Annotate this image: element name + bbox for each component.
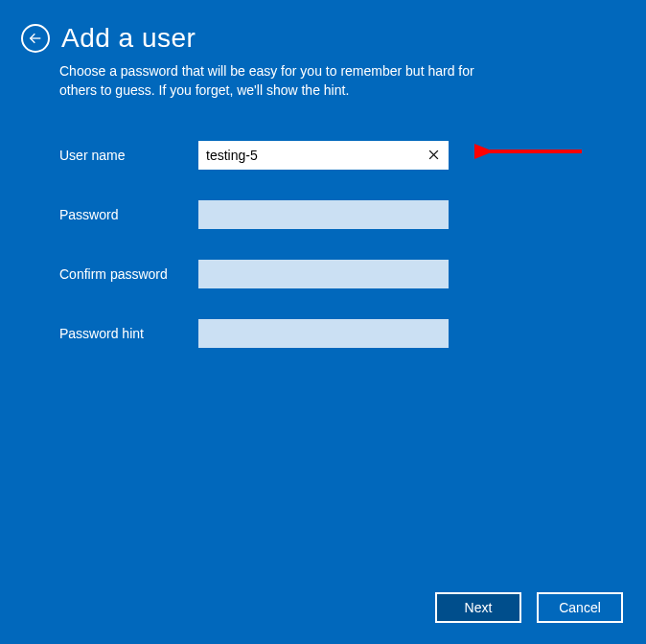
page-title: Add a user bbox=[61, 23, 196, 54]
add-user-form: User name Password Confirm password Pass… bbox=[0, 141, 646, 348]
username-row: User name bbox=[59, 141, 646, 170]
page-subtitle: Choose a password that will be easy for … bbox=[0, 58, 556, 101]
username-label: User name bbox=[59, 148, 198, 163]
footer-buttons: Next Cancel bbox=[435, 592, 623, 623]
username-input[interactable] bbox=[198, 141, 449, 170]
confirm-password-label: Confirm password bbox=[59, 266, 198, 282]
confirm-password-row: Confirm password bbox=[59, 260, 646, 288]
confirm-password-input[interactable] bbox=[198, 260, 449, 288]
password-hint-input[interactable] bbox=[198, 319, 449, 348]
next-button[interactable]: Next bbox=[435, 592, 521, 623]
username-input-wrap bbox=[198, 141, 449, 170]
back-button[interactable] bbox=[21, 24, 50, 53]
password-hint-label: Password hint bbox=[59, 326, 198, 341]
arrow-left-icon bbox=[28, 31, 43, 46]
password-hint-row: Password hint bbox=[59, 319, 646, 348]
close-icon bbox=[427, 148, 441, 162]
clear-username-button[interactable] bbox=[420, 141, 447, 170]
password-label: Password bbox=[59, 207, 198, 222]
password-input[interactable] bbox=[198, 200, 449, 229]
password-row: Password bbox=[59, 200, 646, 229]
cancel-button[interactable]: Cancel bbox=[537, 592, 623, 623]
